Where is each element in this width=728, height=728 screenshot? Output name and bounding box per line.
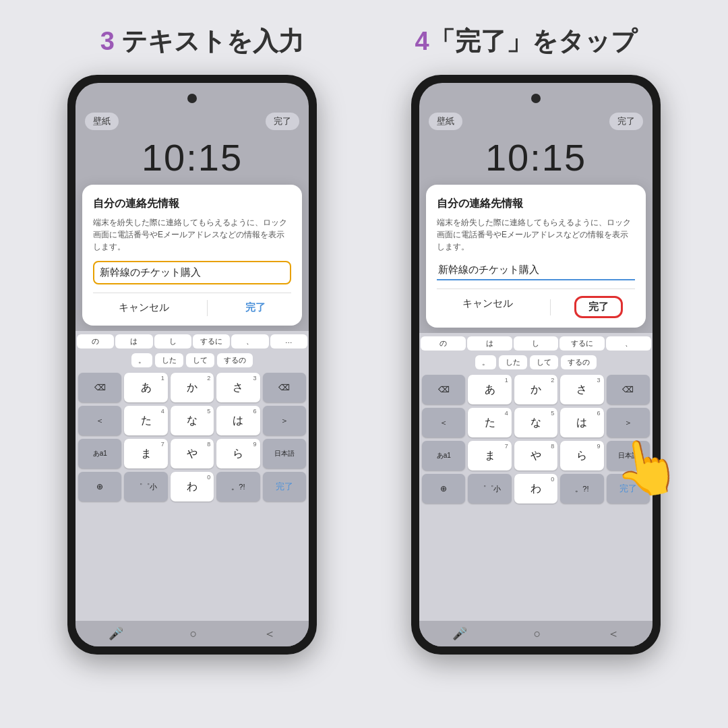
kb-ya[interactable]: や8 <box>171 439 214 468</box>
sug-maru-2[interactable]: 。 <box>475 355 496 369</box>
kb-na-2[interactable]: な5 <box>514 408 557 437</box>
step-3-number: 3 <box>100 27 115 55</box>
step-3-title: 3 テキストを入力 <box>40 24 364 59</box>
topbar-2: 壁紙 完了 <box>419 110 653 133</box>
sug-comma[interactable]: 、 <box>231 334 268 348</box>
done-btn-2[interactable]: 完了 <box>609 113 643 130</box>
kb-ma[interactable]: ま7 <box>124 439 167 468</box>
kb-kanryo-1[interactable]: 完了 <box>263 472 306 502</box>
phone-2-screen: 壁紙 完了 10:15 自分の連絡先情報 端末を紛失した際に連絡してもらえるよう… <box>419 83 653 646</box>
dialog-title-2: 自分の連絡先情報 <box>437 197 635 211</box>
kb-left[interactable]: ＜ <box>78 406 121 435</box>
sug-suruno-2[interactable]: するの <box>561 355 597 369</box>
kb-backspace-alt[interactable]: ⌫ <box>78 373 121 402</box>
kb-sa-2[interactable]: さ3 <box>560 375 603 404</box>
kb-a[interactable]: あ1 <box>124 373 167 402</box>
kb-ya-2[interactable]: や8 <box>514 441 557 471</box>
kb-sa[interactable]: さ3 <box>216 373 260 402</box>
kb-punct[interactable]: 。?! <box>216 472 260 502</box>
kb-ta[interactable]: た4 <box>124 406 167 435</box>
sug-maru[interactable]: 。 <box>131 353 152 367</box>
kb-small[interactable]: ゜゜小 <box>124 472 167 502</box>
back-icon-2[interactable]: ＜ <box>607 626 619 642</box>
kb-delete-2[interactable]: ⌫ <box>607 375 650 404</box>
back-icon-1[interactable]: ＜ <box>264 626 276 642</box>
kb-row1-2: ⌫ あ1 か2 さ3 ⌫ <box>422 375 650 404</box>
kb-ra-2[interactable]: ら9 <box>560 441 603 471</box>
cancel-btn-1[interactable]: キャンセル <box>105 300 183 316</box>
kb-aa1-2[interactable]: あa1 <box>422 441 465 471</box>
divider-1 <box>207 300 208 316</box>
kb-right-2[interactable]: ＞ <box>607 408 650 437</box>
kb-suggestions-row1-1: の は し するに 、 … <box>75 331 309 352</box>
step-4-title: 4「完了」をタップ <box>364 24 688 59</box>
kb-backspace-alt-2[interactable]: ⌫ <box>422 375 465 404</box>
kb-left-2[interactable]: ＜ <box>422 408 465 437</box>
kb-na[interactable]: な5 <box>171 406 214 435</box>
kb-jp[interactable]: 日本語 <box>263 439 306 468</box>
dialog-buttons-2: キャンセル 完了 <box>437 289 635 318</box>
phone-1-screen: 壁紙 完了 10:15 自分の連絡先情報 端末を紛失した際に連絡してもらえるよう… <box>75 83 309 646</box>
kb-ha[interactable]: は6 <box>216 406 260 435</box>
sug-ha[interactable]: は <box>115 334 152 348</box>
camera-dot-2 <box>531 94 541 103</box>
kb-right[interactable]: ＞ <box>263 406 306 435</box>
sug-dots[interactable]: … <box>270 334 307 348</box>
kb-row3-1: あa1 ま7 や8 ら9 日本語 <box>78 439 306 468</box>
dialog-input-1[interactable]: 新幹線のチケット購入 <box>93 261 291 284</box>
sug-comma-2[interactable]: 、 <box>606 336 651 351</box>
sug-shite[interactable]: して <box>186 353 214 367</box>
clock-1: 10:15 <box>75 135 309 179</box>
kb-ka-2[interactable]: か2 <box>514 375 557 404</box>
kb-ka[interactable]: か2 <box>171 373 214 402</box>
kb-ma-2[interactable]: ま7 <box>468 441 511 471</box>
dialog-buttons-1: キャンセル 完了 <box>93 293 291 316</box>
kb-ta-2[interactable]: た4 <box>468 408 511 437</box>
kb-a-2[interactable]: あ1 <box>468 375 511 404</box>
sug-suruno[interactable]: するの <box>217 353 253 367</box>
navbar-2: 🎤 ○ ＜ <box>419 621 653 646</box>
sug-suruni[interactable]: するに <box>193 334 230 348</box>
kb-small-2[interactable]: ゜゜小 <box>468 474 511 504</box>
sug-suruni-2[interactable]: するに <box>559 336 605 351</box>
phones-row: 壁紙 完了 10:15 自分の連絡先情報 端末を紛失した際に連絡してもらえるよう… <box>0 75 728 728</box>
kb-wa[interactable]: わ0 <box>171 472 214 502</box>
kb-globe-2[interactable]: ⊕ <box>422 474 465 504</box>
sug-shi-2[interactable]: し <box>514 336 559 351</box>
home-icon-1[interactable]: ○ <box>190 627 198 641</box>
kb-row2-2: ＜ た4 な5 は6 ＞ <box>422 408 650 437</box>
kb-ha-2[interactable]: は6 <box>560 408 603 437</box>
done-btn-1[interactable]: 完了 <box>266 113 299 130</box>
confirm-btn-1[interactable]: 完了 <box>232 300 279 316</box>
kb-delete[interactable]: ⌫ <box>263 373 306 402</box>
step-4-number: 4 <box>415 27 429 55</box>
confirm-btn-2[interactable]: 完了 <box>574 296 623 318</box>
clock-2: 10:15 <box>419 135 653 179</box>
phone-2: 壁紙 完了 10:15 自分の連絡先情報 端末を紛失した際に連絡してもらえるよう… <box>411 75 661 655</box>
sug-shita-2[interactable]: した <box>499 355 527 369</box>
divider-2 <box>550 299 551 315</box>
kb-wa-2[interactable]: わ0 <box>514 474 557 504</box>
sug-ha-2[interactable]: は <box>467 336 512 351</box>
sug-shite-2[interactable]: して <box>530 355 558 369</box>
keyboard-1: の は し するに 、 … 。 した して するの ⌫ あ1 <box>75 331 309 621</box>
kb-aa1[interactable]: あa1 <box>78 439 121 468</box>
sug-shi[interactable]: し <box>154 334 191 348</box>
header-row: 3 テキストを入力 4「完了」をタップ <box>0 0 728 75</box>
kb-main-1: ⌫ あ1 か2 さ3 ⌫ ＜ た4 な5 は6 ＞ あa1 <box>75 370 309 621</box>
cancel-btn-2[interactable]: キャンセル <box>449 296 526 318</box>
kb-ra[interactable]: ら9 <box>216 439 260 468</box>
mic-icon-1: 🎤 <box>109 626 123 641</box>
sug-no[interactable]: の <box>77 334 114 348</box>
topbar-1: 壁紙 完了 <box>75 110 309 133</box>
sug-shita[interactable]: した <box>155 353 183 367</box>
wallpaper-btn-1[interactable]: 壁紙 <box>85 113 119 130</box>
kb-globe[interactable]: ⊕ <box>78 472 121 502</box>
sug-no-2[interactable]: の <box>421 336 466 351</box>
kb-row1-1: ⌫ あ1 か2 さ3 ⌫ <box>78 373 306 402</box>
kb-punct-2[interactable]: 。?! <box>560 474 603 504</box>
dialog-input-2[interactable]: 新幹線のチケット購入 <box>437 261 635 280</box>
home-icon-2[interactable]: ○ <box>534 627 541 641</box>
kb-suggestions-row2-2: 。 した して するの <box>419 354 653 372</box>
wallpaper-btn-2[interactable]: 壁紙 <box>429 113 462 130</box>
